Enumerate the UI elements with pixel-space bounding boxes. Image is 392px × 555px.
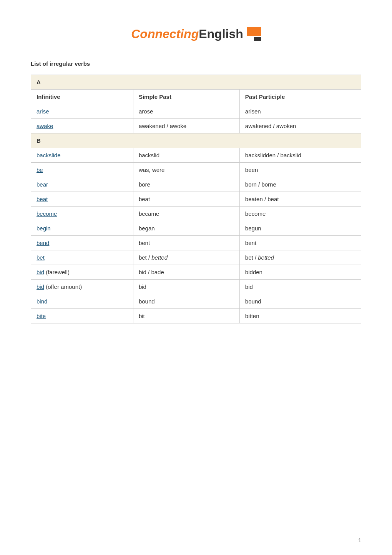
table-row: bear bore born / borne	[31, 177, 361, 192]
logo-text: ConnectingEnglish	[131, 27, 243, 41]
cell-simple-past: bid	[133, 280, 239, 294]
page-container: ConnectingEnglish List of irregular verb…	[0, 0, 392, 339]
verb-link-be[interactable]: be	[37, 167, 43, 173]
verb-link-bite[interactable]: bite	[37, 313, 46, 319]
table-row: bid (farewell) bid / bade bidden	[31, 265, 361, 280]
logo-icon	[247, 27, 261, 41]
verb-link-awake[interactable]: awake	[37, 123, 53, 129]
cell-infinitive: bid (farewell)	[31, 265, 133, 280]
cell-infinitive: begin	[31, 221, 133, 236]
cell-simple-past: bit	[133, 309, 239, 323]
col-past-participle: Past Participle	[239, 90, 361, 104]
table-row: beat beat beaten / beat	[31, 192, 361, 207]
cell-simple-past: beat	[133, 192, 239, 207]
section-letter-b: B	[31, 133, 361, 148]
cell-infinitive: bet	[31, 250, 133, 265]
section-letter-a: A	[31, 75, 361, 90]
cell-past-participle: arisen	[239, 104, 361, 119]
verb-link-beat[interactable]: beat	[37, 196, 48, 202]
verb-link-bend[interactable]: bend	[37, 240, 49, 246]
verb-link-begin[interactable]: begin	[37, 225, 51, 232]
cell-past-participle: beaten / beat	[239, 192, 361, 207]
logo-area: ConnectingEnglish	[31, 15, 361, 60]
section-header-a: A	[31, 75, 361, 90]
cell-past-participle: born / borne	[239, 177, 361, 192]
section-header-b: B	[31, 133, 361, 148]
cell-past-participle: bent	[239, 236, 361, 250]
verb-link-bid-farewell[interactable]: bid	[37, 269, 44, 275]
page-number: 1	[358, 537, 361, 543]
cell-simple-past: became	[133, 207, 239, 221]
cell-infinitive: awake	[31, 119, 133, 133]
cell-past-participle: been	[239, 163, 361, 177]
cell-past-participle: bet / betted	[239, 250, 361, 265]
cell-simple-past: bid / bade	[133, 265, 239, 280]
cell-infinitive: bend	[31, 236, 133, 250]
table-row: become became become	[31, 207, 361, 221]
cell-infinitive: arise	[31, 104, 133, 119]
cell-infinitive: be	[31, 163, 133, 177]
page-title: List of irregular verbs	[31, 60, 361, 67]
cell-past-participle: begun	[239, 221, 361, 236]
table-row: bite bit bitten	[31, 309, 361, 323]
table-row: backslide backslid backslidden / backsli…	[31, 148, 361, 163]
verb-link-become[interactable]: become	[37, 210, 57, 217]
cell-simple-past: bound	[133, 294, 239, 309]
cell-past-participle: bidden	[239, 265, 361, 280]
table-row: bid (offer amount) bid bid	[31, 280, 361, 294]
cell-simple-past: arose	[133, 104, 239, 119]
cell-infinitive: backslide	[31, 148, 133, 163]
col-simple-past: Simple Past	[133, 90, 239, 104]
cell-infinitive: bid (offer amount)	[31, 280, 133, 294]
cell-past-participle: bid	[239, 280, 361, 294]
cell-infinitive: bind	[31, 294, 133, 309]
cell-past-participle: bitten	[239, 309, 361, 323]
table-row: bet bet / betted bet / betted	[31, 250, 361, 265]
verb-link-bid-offer[interactable]: bid	[37, 283, 44, 290]
verb-link-backslide[interactable]: backslide	[37, 152, 61, 158]
cell-simple-past: bore	[133, 177, 239, 192]
logo-icon-bottom	[254, 37, 261, 41]
cell-simple-past: was, were	[133, 163, 239, 177]
cell-simple-past: bet / betted	[133, 250, 239, 265]
cell-simple-past: bent	[133, 236, 239, 250]
cell-past-participle: become	[239, 207, 361, 221]
verb-link-arise[interactable]: arise	[37, 108, 49, 115]
cell-simple-past: began	[133, 221, 239, 236]
logo-english: English	[199, 27, 243, 41]
table-row: be was, were been	[31, 163, 361, 177]
cell-infinitive: bite	[31, 309, 133, 323]
table-row: awake awakened / awoke awakened / awoken	[31, 119, 361, 133]
column-headers: Infinitive Simple Past Past Participle	[31, 90, 361, 104]
verb-link-bet[interactable]: bet	[37, 254, 45, 261]
cell-past-participle: awakened / awoken	[239, 119, 361, 133]
verb-table: A Infinitive Simple Past Past Participle…	[31, 75, 361, 323]
verb-link-bear[interactable]: bear	[37, 181, 48, 188]
verb-link-bind[interactable]: bind	[37, 298, 47, 305]
logo-connecting: Connecting	[131, 27, 199, 41]
table-row: arise arose arisen	[31, 104, 361, 119]
col-infinitive: Infinitive	[31, 90, 133, 104]
cell-infinitive: bear	[31, 177, 133, 192]
logo-icon-top	[247, 27, 261, 36]
cell-simple-past: backslid	[133, 148, 239, 163]
cell-infinitive: beat	[31, 192, 133, 207]
cell-infinitive: become	[31, 207, 133, 221]
table-row: bend bent bent	[31, 236, 361, 250]
cell-past-participle: bound	[239, 294, 361, 309]
table-row: bind bound bound	[31, 294, 361, 309]
table-row: begin began begun	[31, 221, 361, 236]
cell-past-participle: backslidden / backslid	[239, 148, 361, 163]
cell-simple-past: awakened / awoke	[133, 119, 239, 133]
